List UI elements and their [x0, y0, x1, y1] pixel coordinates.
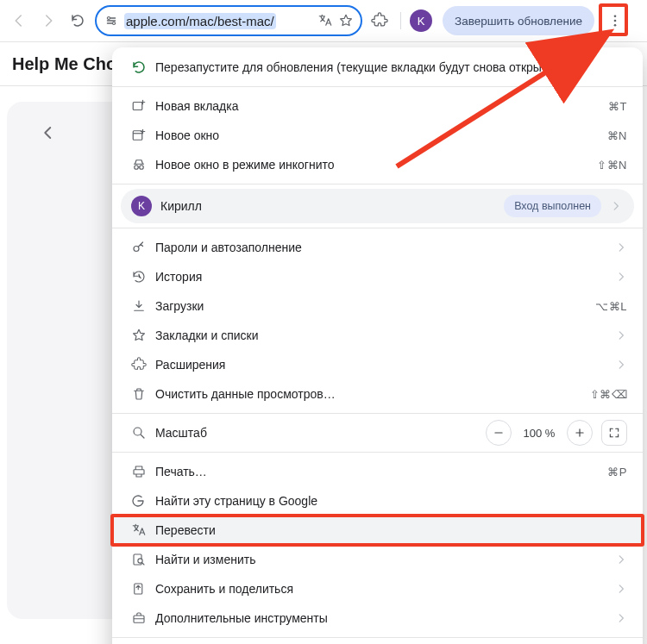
menu-item-profile[interactable]: K Кирилл Вход выполнен [121, 189, 634, 223]
menu-item-history[interactable]: История [112, 262, 643, 291]
profile-status: Вход выполнен [504, 195, 601, 217]
extensions-puzzle-icon[interactable] [367, 9, 392, 33]
menu-item-clear-data[interactable]: Очистить данные просмотров… ⇧⌘⌫ [112, 379, 643, 409]
page-title: Help Me Cho [12, 54, 116, 74]
menu-separator [112, 228, 643, 228]
translate-icon [131, 522, 155, 538]
menu-item-downloads[interactable]: Загрузки ⌥⌘L [112, 291, 643, 321]
chevron-right-icon [615, 583, 627, 595]
svg-rect-6 [133, 131, 142, 141]
find-icon [131, 552, 155, 567]
finish-update-chip[interactable]: Завершить обновление [443, 6, 594, 35]
menu-item-label: Очистить данные просмотров… [155, 387, 590, 401]
menu-item-new-window[interactable]: Новое окно ⌘N [112, 121, 643, 150]
menu-item-shortcut: ⌥⌘L [595, 300, 627, 313]
svg-point-0 [108, 17, 110, 20]
menu-item-extensions[interactable]: Расширения [112, 350, 643, 379]
new-window-icon [131, 128, 155, 143]
menu-item-save-share[interactable]: Сохранить и поделиться [112, 574, 643, 603]
menu-item-label: Печать… [155, 465, 607, 478]
menu-item-label: Сохранить и поделиться [155, 582, 606, 596]
menu-item-label: Закладки и списки [155, 328, 606, 342]
menu-item-new-incognito[interactable]: Новое окно в режиме инкогнито ⇧⌘N [112, 150, 643, 179]
new-tab-icon [131, 98, 155, 114]
menu-item-find-edit[interactable]: Найти и изменить [112, 545, 643, 574]
magnifier-icon [131, 425, 155, 441]
menu-separator [112, 184, 643, 184]
menu-item-print[interactable]: Печать… ⌘P [112, 457, 643, 486]
back-button[interactable] [7, 9, 31, 33]
menu-item-label: Загрузки [155, 299, 595, 313]
zoom-out-button[interactable] [486, 420, 512, 446]
site-settings-icon[interactable] [104, 13, 119, 28]
menu-item-label: Новая вкладка [155, 99, 608, 113]
svg-point-7 [135, 166, 139, 170]
profile-avatar[interactable]: K [410, 9, 432, 32]
menu-item-label: Перезапустите для обновления (текущие вк… [155, 60, 627, 74]
translate-page-icon[interactable] [317, 13, 333, 28]
profile-name: Кирилл [160, 199, 504, 213]
menu-separator [112, 637, 643, 638]
chevron-right-icon [615, 359, 627, 371]
chevron-right-icon [610, 200, 622, 212]
menu-item-label: Новое окно [155, 128, 607, 142]
menu-item-bookmarks[interactable]: Закладки и списки [112, 321, 643, 350]
menu-item-relaunch[interactable]: Перезапустите для обновления (текущие вк… [112, 53, 643, 82]
chevron-right-icon [615, 612, 627, 624]
overflow-menu: Перезапустите для обновления (текущие вк… [112, 47, 643, 644]
menu-item-passwords[interactable]: Пароли и автозаполнение [112, 233, 643, 262]
menu-item-shortcut: ⇧⌘N [597, 159, 627, 172]
menu-separator [112, 452, 643, 453]
menu-item-label: Расширения [155, 358, 606, 372]
incognito-icon [131, 157, 155, 172]
menu-item-search-google[interactable]: Найти эту страницу в Google [112, 486, 643, 516]
download-icon [131, 298, 155, 314]
profile-avatar-icon: K [131, 196, 160, 216]
menu-item-zoom: Масштаб 100 % [112, 418, 643, 447]
svg-rect-5 [133, 103, 142, 110]
chevron-right-icon [615, 271, 627, 283]
svg-point-8 [140, 166, 144, 170]
annotation-highlight-kebab [599, 3, 628, 36]
menu-item-label: Пароли и автозаполнение [155, 241, 606, 254]
print-icon [131, 464, 155, 479]
menu-separator [112, 86, 643, 87]
toolbar-divider [400, 12, 401, 29]
chevron-right-icon [615, 241, 627, 253]
menu-item-shortcut: ⌘N [607, 129, 627, 142]
google-g-icon [131, 494, 155, 508]
menu-item-label: Перевести [155, 523, 627, 537]
chevron-right-icon [615, 329, 627, 341]
menu-item-label: Новое окно в режиме инкогнито [155, 158, 597, 172]
zoom-value: 100 % [520, 427, 558, 440]
svg-point-10 [134, 428, 141, 435]
menu-item-shortcut: ⌘P [607, 466, 627, 478]
address-bar[interactable]: apple.com/mac/best-mac/ [95, 5, 362, 36]
menu-item-label: Дополнительные инструменты [155, 611, 606, 625]
trash-icon [131, 386, 155, 402]
bookmark-star-icon[interactable] [338, 13, 354, 28]
save-share-icon [131, 581, 155, 597]
refresh-icon [131, 59, 155, 75]
svg-point-12 [138, 559, 142, 563]
menu-item-shortcut: ⌘T [608, 100, 627, 113]
fullscreen-button[interactable] [601, 420, 627, 446]
menu-item-label: Найти эту страницу в Google [155, 494, 627, 508]
menu-item-translate[interactable]: Перевести [112, 516, 643, 545]
reload-button[interactable] [66, 9, 90, 33]
forward-button[interactable] [36, 9, 60, 33]
page-back-button[interactable] [31, 116, 66, 150]
svg-point-1 [113, 22, 116, 25]
menu-item-label: Масштаб [155, 426, 486, 440]
menu-item-label: История [155, 270, 606, 284]
history-icon [131, 269, 155, 284]
browser-toolbar: apple.com/mac/best-mac/ K Завершить обно… [0, 0, 647, 41]
menu-item-label: Найти и изменить [155, 553, 606, 566]
toolbox-icon [131, 610, 155, 626]
zoom-in-button[interactable] [567, 420, 593, 446]
menu-item-new-tab[interactable]: Новая вкладка ⌘T [112, 91, 643, 121]
menu-item-more-tools[interactable]: Дополнительные инструменты [112, 603, 643, 633]
url-text[interactable]: apple.com/mac/best-mac/ [124, 13, 276, 29]
menu-separator [112, 413, 643, 414]
puzzle-icon [131, 357, 155, 372]
